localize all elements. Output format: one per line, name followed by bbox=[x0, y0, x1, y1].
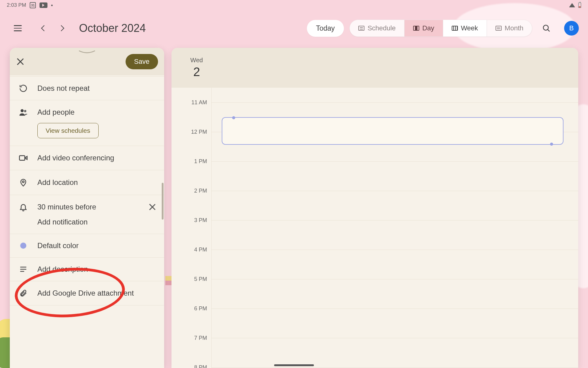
day-name: Wed bbox=[190, 57, 203, 64]
repeat-row[interactable]: Does not repeat bbox=[10, 77, 164, 100]
row-label: Add video conferencing bbox=[37, 154, 114, 162]
wifi-icon bbox=[569, 3, 575, 7]
hour-label: 8 PM bbox=[172, 364, 207, 368]
row-label: Add description bbox=[37, 265, 88, 274]
video-icon bbox=[18, 153, 28, 163]
app-bar: October 2024 Today Schedule Day Week Mon… bbox=[0, 13, 588, 43]
status-time: 2:03 PM bbox=[7, 2, 26, 8]
hour-label: 3 PM bbox=[172, 217, 207, 224]
day-column-divider bbox=[211, 88, 212, 368]
bell-icon bbox=[18, 202, 28, 212]
search-button[interactable] bbox=[538, 20, 555, 37]
svg-point-2 bbox=[21, 109, 24, 112]
hour-line bbox=[211, 102, 578, 103]
status-bar: 2:03 PM 31 bbox=[0, 0, 588, 10]
event-resize-handle-top[interactable] bbox=[232, 116, 235, 119]
prev-button[interactable] bbox=[36, 20, 53, 37]
calendar-header: Wed 2 bbox=[172, 48, 578, 88]
view-label: Day bbox=[422, 24, 434, 32]
calendar-body[interactable]: 11 AM12 PM1 PM2 PM3 PM4 PM5 PM6 PM7 PM8 … bbox=[172, 88, 578, 368]
view-schedule[interactable]: Schedule bbox=[350, 20, 405, 36]
menu-button[interactable] bbox=[9, 20, 26, 37]
svg-point-0 bbox=[543, 25, 548, 30]
attachment-icon bbox=[18, 289, 28, 298]
drag-handle-icon[interactable] bbox=[76, 49, 98, 55]
view-schedules-button[interactable]: View schedules bbox=[37, 123, 99, 138]
calendar-grid: Wed 2 11 AM12 PM1 PM2 PM3 PM4 PM5 PM6 PM… bbox=[172, 48, 578, 368]
event-resize-handle-bottom[interactable] bbox=[550, 143, 553, 146]
people-row[interactable]: Add people bbox=[10, 100, 164, 120]
view-switcher: Schedule Day Week Month bbox=[349, 20, 532, 37]
drive-row[interactable]: Add Google Drive attachment bbox=[10, 281, 164, 305]
svg-rect-4 bbox=[20, 156, 25, 160]
hour-label: 2 PM bbox=[172, 188, 207, 194]
chevron-right-icon bbox=[58, 25, 64, 31]
hour-line bbox=[211, 191, 578, 191]
color-dot-icon bbox=[18, 243, 28, 249]
youtube-icon bbox=[40, 2, 47, 8]
new-event-block[interactable] bbox=[222, 117, 564, 145]
view-label: Schedule bbox=[368, 24, 396, 32]
add-notification-row[interactable]: Add notification bbox=[10, 215, 164, 234]
account-avatar[interactable]: B bbox=[564, 21, 579, 36]
reminder-row[interactable]: 30 minutes before bbox=[10, 195, 164, 215]
hour-line bbox=[211, 309, 578, 309]
view-week[interactable]: Week bbox=[443, 20, 487, 36]
row-label: Default color bbox=[37, 241, 79, 250]
row-label: 30 minutes before bbox=[37, 203, 96, 211]
day-number: 2 bbox=[193, 65, 200, 79]
day-header[interactable]: Wed 2 bbox=[182, 48, 211, 88]
week-icon bbox=[452, 26, 458, 31]
page-title: October 2024 bbox=[79, 22, 146, 35]
hour-line bbox=[211, 250, 578, 250]
panel-scroll[interactable]: Does not repeat Add people View schedule… bbox=[10, 75, 164, 368]
view-month[interactable]: Month bbox=[487, 20, 532, 36]
description-row[interactable]: Add description bbox=[10, 258, 164, 281]
scrollbar-thumb[interactable] bbox=[162, 183, 164, 220]
save-button[interactable]: Save bbox=[126, 54, 158, 69]
more-notifications-icon bbox=[51, 5, 53, 6]
close-button[interactable] bbox=[16, 57, 24, 66]
hour-label: 12 PM bbox=[172, 129, 207, 135]
svg-point-3 bbox=[24, 110, 27, 113]
color-row[interactable]: Default color bbox=[10, 234, 164, 258]
hour-line bbox=[211, 220, 578, 220]
gesture-nav-bar[interactable] bbox=[274, 364, 314, 366]
calendar-app-icon: 31 bbox=[30, 2, 36, 8]
next-button[interactable] bbox=[53, 20, 70, 37]
hour-line bbox=[211, 338, 578, 338]
view-label: Week bbox=[461, 24, 478, 32]
schedule-icon bbox=[358, 26, 364, 31]
hour-label: 4 PM bbox=[172, 247, 207, 253]
hour-line bbox=[211, 161, 578, 162]
row-label: Add Google Drive attachment bbox=[37, 289, 134, 297]
row-label: Add people bbox=[37, 108, 74, 117]
description-icon bbox=[18, 266, 28, 273]
month-icon bbox=[496, 26, 502, 31]
battery-icon bbox=[578, 2, 581, 8]
svg-point-6 bbox=[22, 181, 24, 183]
day-icon bbox=[413, 26, 419, 31]
location-icon bbox=[18, 178, 28, 187]
hour-label: 11 AM bbox=[172, 99, 207, 106]
hour-line bbox=[211, 367, 578, 368]
event-edit-panel: Save Does not repeat Add people View sch… bbox=[10, 48, 164, 368]
search-icon bbox=[542, 24, 551, 33]
svg-line-1 bbox=[548, 29, 549, 31]
location-row[interactable]: Add location bbox=[10, 170, 164, 195]
hour-label: 5 PM bbox=[172, 276, 207, 282]
hour-label: 7 PM bbox=[172, 335, 207, 341]
hour-line bbox=[211, 279, 578, 279]
row-label: Does not repeat bbox=[37, 84, 90, 93]
chevron-left-icon bbox=[41, 25, 47, 31]
view-schedules-row: View schedules bbox=[10, 120, 164, 146]
remove-reminder-button[interactable] bbox=[149, 204, 156, 210]
view-day[interactable]: Day bbox=[405, 20, 443, 36]
people-icon bbox=[18, 108, 28, 117]
view-label: Month bbox=[505, 24, 523, 32]
today-button[interactable]: Today bbox=[307, 20, 344, 37]
hamburger-icon bbox=[14, 25, 22, 31]
video-row[interactable]: Add video conferencing bbox=[10, 146, 164, 170]
repeat-icon bbox=[18, 84, 28, 93]
row-label: Add notification bbox=[37, 218, 88, 226]
